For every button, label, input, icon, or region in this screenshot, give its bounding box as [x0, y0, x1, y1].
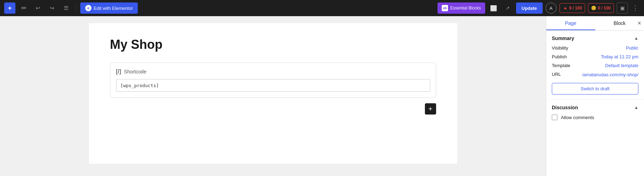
canvas-area: My Shop [/] Shortcode [wps_products] + — [0, 16, 546, 176]
preview-button[interactable]: ⬜ — [488, 2, 499, 14]
switch-to-draft-button[interactable]: Switch to draft — [552, 83, 638, 94]
allow-comments-row: Allow comments — [552, 115, 638, 120]
publish-row: Publish Today at 11:22 pm — [552, 54, 638, 59]
shortcode-input[interactable]: [wps_products] — [116, 79, 430, 92]
template-value[interactable]: Default template — [605, 63, 638, 68]
seo-score-value: 9 / 100 — [569, 6, 582, 11]
url-row: URL iamatanudas.com/my-shop/ — [552, 72, 638, 78]
essential-blocks-button[interactable]: eb Essential Blocks — [438, 2, 485, 14]
publish-value[interactable]: Today at 11:22 pm — [601, 54, 638, 59]
readability-icon: 😊 — [591, 6, 596, 11]
undo-button[interactable]: ↩ — [32, 2, 43, 14]
toolbar-right-actions: eb Essential Blocks ⬜ ↗ Update A 🔺 9 / 1… — [438, 2, 640, 14]
eb-label: Essential Blocks — [450, 6, 481, 11]
tab-indicator — [546, 30, 595, 30]
discussion-section-header[interactable]: Discussion ▲ — [552, 105, 638, 110]
external-link-button[interactable]: ↗ — [502, 2, 513, 14]
allow-comments-checkbox[interactable] — [552, 115, 557, 120]
add-block-button[interactable]: + — [4, 2, 15, 14]
external-link-icon: ↗ — [506, 5, 510, 11]
elementor-icon: e — [85, 5, 91, 11]
allow-comments-label: Allow comments — [561, 115, 594, 120]
shortcode-value: [wps_products] — [121, 83, 159, 88]
sidebar-close-button[interactable]: × — [637, 20, 641, 27]
pencil-icon: ✏ — [21, 4, 27, 12]
add-block-icon: + — [428, 105, 433, 113]
update-label: Update — [522, 6, 537, 11]
shortcode-label: Shortcode — [124, 69, 147, 74]
top-toolbar: + ✏ ↩ ↪ ☰ e Edit with Elementor eb Essen… — [0, 0, 644, 16]
seo-icon: 🔺 — [563, 6, 568, 11]
add-icon: + — [8, 5, 12, 12]
template-label: Template — [552, 63, 570, 68]
layout-icon: ▣ — [620, 5, 625, 11]
add-new-block-button[interactable]: + — [425, 103, 436, 115]
seo-score-badge[interactable]: 🔺 9 / 100 — [560, 3, 585, 13]
menu-icon: ☰ — [64, 5, 68, 11]
redo-button[interactable]: ↪ — [46, 2, 57, 14]
summary-chevron-icon: ▲ — [634, 36, 638, 41]
edit-with-elementor-button[interactable]: e Edit with Elementor — [80, 2, 138, 14]
preview-icon: ⬜ — [490, 5, 497, 12]
summary-section-header[interactable]: Summary ▲ — [552, 35, 638, 41]
url-label: URL — [552, 72, 561, 77]
edit-mode-button[interactable]: ✏ — [18, 2, 29, 14]
visibility-label: Visibility — [552, 45, 568, 51]
switch-to-draft-label: Switch to draft — [581, 86, 609, 91]
summary-title: Summary — [552, 35, 574, 41]
close-icon: × — [637, 20, 641, 27]
eb-logo-icon: eb — [442, 5, 448, 11]
discussion-title: Discussion — [552, 105, 578, 110]
shortcode-block[interactable]: [/] Shortcode [wps_products] — [110, 63, 436, 98]
more-options-icon: ⋮ — [632, 5, 638, 12]
discussion-section: Discussion ▲ Allow comments — [546, 100, 644, 125]
right-sidebar: Page Block × Summary ▲ Visibility Public… — [546, 16, 644, 176]
main-layout: My Shop [/] Shortcode [wps_products] + — [0, 16, 644, 176]
shortcode-header: [/] Shortcode — [116, 69, 430, 75]
shortcode-icon: [/] — [116, 69, 121, 75]
edit-elementor-label: Edit with Elementor — [94, 6, 133, 11]
canvas-inner: My Shop [/] Shortcode [wps_products] + — [89, 23, 457, 169]
url-value[interactable]: iamatanudas.com/my-shop/ — [582, 72, 638, 78]
discussion-chevron-icon: ▲ — [634, 105, 638, 110]
publish-label: Publish — [552, 54, 567, 59]
more-options-button[interactable]: ⋮ — [631, 4, 640, 12]
separator-1 — [76, 4, 76, 12]
visibility-row: Visibility Public — [552, 45, 638, 51]
visibility-value[interactable]: Public — [626, 45, 638, 51]
tab-block[interactable]: Block — [595, 16, 644, 30]
page-title: My Shop — [110, 37, 436, 52]
avatar[interactable]: A — [545, 2, 557, 14]
template-row: Template Default template — [552, 63, 638, 68]
redo-icon: ↪ — [50, 5, 54, 11]
readability-score-value: 0 / 100 — [598, 6, 611, 11]
avatar-initial: A — [549, 6, 553, 11]
undo-icon: ↩ — [36, 5, 40, 11]
menu-button[interactable]: ☰ — [60, 2, 72, 14]
page-content: My Shop [/] Shortcode [wps_products] + — [89, 23, 457, 164]
update-button[interactable]: Update — [516, 2, 543, 14]
sidebar-tabs: Page Block × — [546, 16, 644, 31]
layout-toggle-button[interactable]: ▣ — [617, 2, 628, 14]
tab-page[interactable]: Page — [546, 16, 595, 30]
readability-score-badge[interactable]: 😊 0 / 100 — [588, 3, 614, 13]
summary-section: Summary ▲ Visibility Public Publish Toda… — [546, 31, 644, 100]
